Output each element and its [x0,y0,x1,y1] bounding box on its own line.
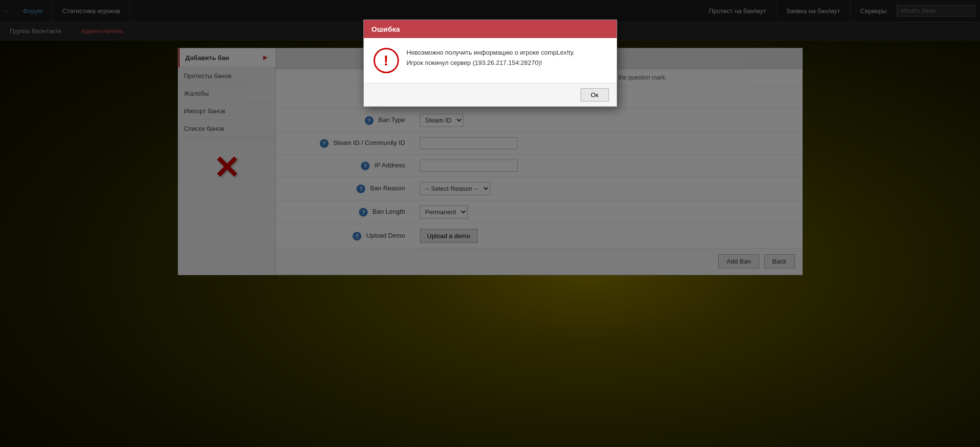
modal-message-line1: Невозможно получить информацию о игроке … [407,48,575,58]
modal-overlay: Ошибка ! Невозможно получить информацию … [0,0,980,447]
modal-body: ! Невозможно получить информацию о игрок… [364,38,617,83]
modal-message: Невозможно получить информацию о игроке … [407,48,575,68]
modal-title: Ошибка [372,25,400,33]
modal-ok-button[interactable]: Ок [581,88,609,102]
modal-header: Ошибка [364,20,617,38]
error-modal: Ошибка ! Невозможно получить информацию … [363,20,617,107]
modal-footer: Ок [364,83,617,106]
error-icon: ! [374,48,399,73]
modal-message-line2: Игрок покинул сервер (193.26.217.154:282… [407,58,575,68]
